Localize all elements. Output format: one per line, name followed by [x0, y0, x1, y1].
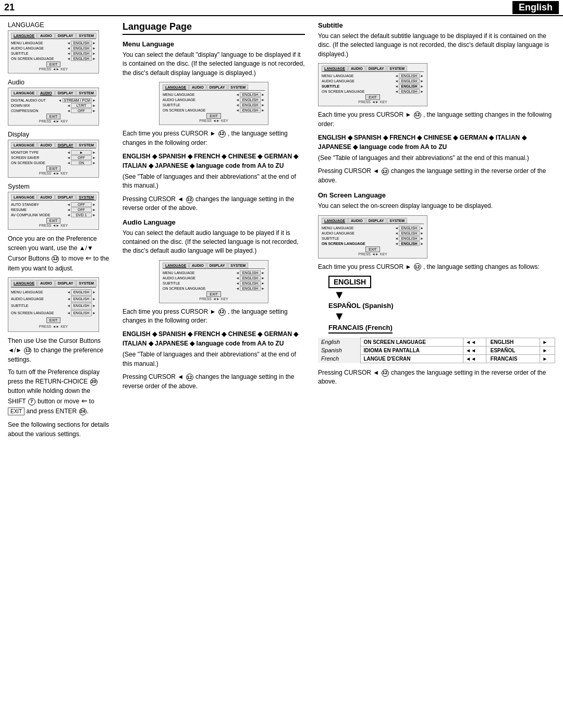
language-table: English ON SCREEN LANGUAGE ◄◄ ENGLISH ► … — [318, 338, 555, 363]
press-key-rs: PRESS ◄► KEY — [322, 100, 424, 104]
tab-system-lb[interactable]: SYSTEM — [76, 280, 96, 287]
mid-language-panel-1: LANGUAGE AUDIO DISPLAY SYSTEM MENU LANGU… — [159, 82, 268, 125]
tab-system-ros[interactable]: SYSTEM — [387, 218, 407, 224]
tab-language[interactable]: LANGUAGE — [11, 33, 37, 39]
table-value-spanish: ESPAÑOL — [486, 346, 540, 354]
table-label-french: LANGUE D'ECRAN — [361, 354, 463, 363]
tab-audio-s[interactable]: AUDIO — [38, 194, 55, 200]
tab-display-ros[interactable]: DISPLAY — [366, 218, 387, 224]
panel-tabs-system: LANGUAGE AUDIO DISPLAY SYSTEM — [11, 194, 96, 201]
tab-language-ros[interactable]: LANGUAGE — [322, 218, 348, 224]
tab-display-lb[interactable]: DISPLAY — [55, 280, 76, 287]
panel-row-audio-rs: AUDIO LANGUAGE ◄ ENGLISH ► — [322, 79, 424, 83]
bottom-instructions: Once you are on the Preference screen yo… — [8, 234, 109, 439]
tab-system-s[interactable]: SYSTEM — [76, 194, 96, 200]
tab-audio-ros[interactable]: AUDIO — [348, 218, 365, 224]
menu-lang-sequence: ENGLISH ◆ SPANISH ◆ FRENCH ◆ CHINESE ◆ G… — [123, 152, 305, 170]
circle-12-sub: 12 — [414, 112, 421, 119]
table-lang-french: French — [318, 354, 361, 363]
menu-cursor-text: Each time you press CURSOR ► 12 , the la… — [123, 129, 305, 147]
tab-language-lb[interactable]: LANGUAGE — [11, 280, 37, 287]
tab-system-m1[interactable]: SYSTEM — [228, 84, 248, 90]
tab-audio-rs[interactable]: AUDIO — [348, 66, 365, 71]
table-arrow2-english: ► — [540, 338, 555, 346]
panel-tabs-lb: LANGUAGE AUDIO DISPLAY SYSTEM — [11, 280, 96, 288]
audio-lang-note: (See "Table of languages and their abbre… — [123, 350, 305, 368]
table-row-french: French LANGUE D'ECRAN ◄◄ FRANCAIS ► — [318, 354, 555, 363]
language-page-title: Language Page — [123, 21, 305, 35]
tab-audio-a[interactable]: AUDIO — [38, 90, 55, 96]
main-content: LANGUAGE LANGUAGE AUDIO DISPLAY SYSTEM M… — [0, 16, 563, 439]
subtitle-body: You can select the default subtitle lang… — [318, 32, 555, 59]
flow-espanol: ESPAÑOL (Spanish) — [328, 302, 393, 310]
subtitle-lang-reverse: Pressing CURSOR ◄ 12 changes the languag… — [318, 167, 555, 185]
panel-row-subtitle-ros: SUBTITLE ◄ ENGLISH ► — [322, 236, 424, 241]
tab-language-s[interactable]: LANGUAGE — [11, 194, 37, 200]
menu-lang-reverse: Pressing CURSOR ◄ 12 changes the languag… — [123, 195, 305, 213]
panel-row-menu-lb: MENU LANGUAGE ◄ ENGLISH ► — [11, 289, 96, 295]
tab-display-rs[interactable]: DISPLAY — [366, 66, 387, 71]
press-key-m1: PRESS ◄► KEY — [163, 119, 265, 122]
panel-row-resume: RESUME ◄ OFF ► — [11, 207, 96, 212]
tab-audio-lb[interactable]: AUDIO — [38, 280, 55, 287]
panel-row-subtitle-m1: SUBTITLE ◄ ENGLISH ► — [163, 103, 265, 107]
language-panel: LANGUAGE AUDIO DISPLAY SYSTEM MENU LANGU… — [8, 30, 99, 73]
onscreen-body: You can select the on-screen display lan… — [318, 202, 555, 211]
panel-tabs-ros: LANGUAGE AUDIO DISPLAY SYSTEM — [322, 218, 424, 224]
panel-row-menu-m2: MENU LANGUAGE ◄ ENGLISH ► — [163, 270, 265, 275]
subtitle-title: Subtitle — [318, 21, 555, 29]
tab-audio-m1[interactable]: AUDIO — [189, 84, 206, 90]
left-column: LANGUAGE LANGUAGE AUDIO DISPLAY SYSTEM M… — [0, 21, 115, 439]
panel-row-audio-m2: AUDIO LANGUAGE ◄ ENGLISH ► — [163, 276, 265, 280]
tab-display[interactable]: DISPLAY — [55, 33, 76, 39]
tab-language-d[interactable]: LANGUAGE — [11, 142, 37, 148]
panel-tabs-display: LANGUAGE AUDIO DISPLAY SYSTEM — [11, 142, 96, 149]
panel-row-onscreen-m2: ON SCREEN LANGUAGE ◄ ENGLISH ► — [163, 286, 265, 291]
tab-system-d[interactable]: SYSTEM — [76, 142, 96, 148]
table-row-spanish: Spanish IDIOMA EN PANTALLA ◄◄ ESPAÑOL ► — [318, 346, 555, 354]
panel-row-audio-ros: AUDIO LANGUAGE ◄ ENGLISH ► — [322, 231, 424, 236]
tab-display-m2[interactable]: DISPLAY — [207, 263, 228, 268]
tab-system[interactable]: SYSTEM — [76, 33, 96, 39]
tab-system-a[interactable]: SYSTEM — [76, 90, 96, 96]
section-label-display: Display — [8, 131, 109, 138]
system-panel: LANGUAGE AUDIO DISPLAY SYSTEM AUTO STAND… — [8, 192, 99, 230]
right-subtitle-panel: LANGUAGE AUDIO DISPLAY SYSTEM MENU LANGU… — [318, 63, 427, 106]
tab-audio-m2[interactable]: AUDIO — [189, 263, 206, 268]
left-bottom-language-panel: LANGUAGE AUDIO DISPLAY SYSTEM MENU LANGU… — [8, 277, 99, 332]
panel-row-audio-lb: AUDIO LANGUAGE ◄ ENGLISH ► — [11, 296, 96, 302]
subtitle-cursor-text: Each time you press CURSOR ► 12 , the la… — [318, 110, 555, 129]
table-arrow-french: ◄◄ — [463, 354, 486, 363]
tab-system-rs[interactable]: SYSTEM — [387, 66, 407, 71]
tab-display-s[interactable]: DISPLAY — [55, 194, 76, 200]
table-arrow2-spanish: ► — [540, 346, 555, 354]
tab-language-m1[interactable]: LANGUAGE — [163, 84, 189, 90]
flow-francais: FRANCAIS (French) — [328, 324, 393, 334]
panel-tabs-mid2: LANGUAGE AUDIO DISPLAY SYSTEM — [163, 263, 265, 269]
tab-language-a[interactable]: LANGUAGE — [11, 90, 37, 96]
table-arrow-spanish: ◄◄ — [463, 346, 486, 354]
tab-audio-d[interactable]: AUDIO — [38, 142, 55, 148]
press-key-text: PRESS ◄► KEY — [11, 67, 96, 71]
tab-display-d[interactable]: DISPLAY — [55, 142, 76, 148]
tab-display-a[interactable]: DISPLAY — [55, 90, 76, 96]
panel-row-onscreen-ros: ON SCREEN LANGUAGE ◄ ENGLISH ► — [322, 241, 424, 246]
tab-language-m2[interactable]: LANGUAGE — [163, 263, 189, 268]
language-flow-diagram: ENGLISH ▼ ESPAÑOL (Spanish) ▼ FRANCAIS (… — [328, 276, 555, 334]
tab-system-m2[interactable]: SYSTEM — [228, 263, 248, 268]
tab-language-rs[interactable]: LANGUAGE — [322, 66, 348, 71]
panel-row-onscreenguide: ON SCREEN GUIDE ◄ ON ► — [11, 161, 96, 165]
exit-button-lb: EXIT — [11, 318, 96, 323]
tab-audio[interactable]: AUDIO — [38, 33, 55, 39]
display-panel: LANGUAGE AUDIO DISPLAY SYSTEM MONITOR TY… — [8, 140, 99, 178]
onscreen-title: On Screen Language — [318, 191, 555, 199]
panel-row-digital: DIGITAL AUDIO OUT ◄ STREAM / PCM ► — [11, 98, 96, 103]
panel-row-downmix: DOWN MIX ◄ LT/RT ► — [11, 103, 96, 108]
panel-row-compression: COMPRESSION ◄ OFF ► — [11, 108, 96, 113]
exit-button-m2: EXIT — [163, 292, 265, 296]
panel-row-menu-ros: MENU LANGUAGE ◄ ENGLISH ► — [322, 226, 424, 230]
menu-language-body: You can select the default "display" lan… — [123, 51, 305, 78]
circle-12-rev1: 12 — [186, 196, 193, 203]
tab-display-m1[interactable]: DISPLAY — [207, 84, 228, 90]
panel-row-monitor: MONITOR TYPE ◄ ► ► — [11, 150, 96, 155]
